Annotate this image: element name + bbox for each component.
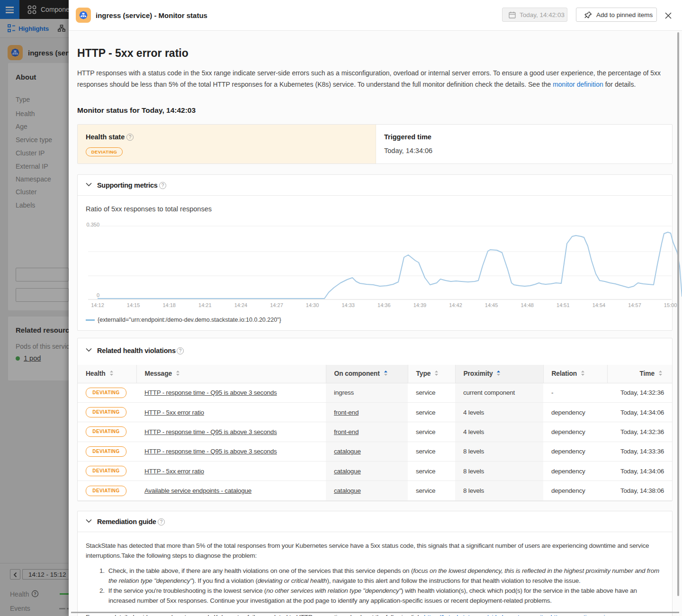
svg-text:14:51: 14:51 [556,302,570,308]
svg-text:14:36: 14:36 [377,302,391,308]
svg-text:14:39: 14:39 [413,302,427,308]
svg-text:0.350: 0.350 [86,222,99,227]
svg-text:14:21: 14:21 [198,302,212,308]
svg-text:14:18: 14:18 [162,302,176,308]
svg-text:14:24: 14:24 [234,302,248,308]
svg-text:15:00: 15:00 [664,302,677,308]
svg-text:14:45: 14:45 [485,302,498,308]
svg-text:14:12: 14:12 [91,302,104,308]
svg-text:14:33: 14:33 [341,302,355,308]
svg-text:14:42: 14:42 [449,302,462,308]
svg-text:14:54: 14:54 [592,302,606,308]
svg-text:14:27: 14:27 [270,302,283,308]
svg-text:0: 0 [97,292,99,298]
svg-text:14:15: 14:15 [127,302,140,308]
svg-text:14:57: 14:57 [628,302,641,308]
svg-text:?: ? [34,591,36,596]
svg-text:14:48: 14:48 [520,302,534,308]
svg-text:14:30: 14:30 [306,302,319,308]
